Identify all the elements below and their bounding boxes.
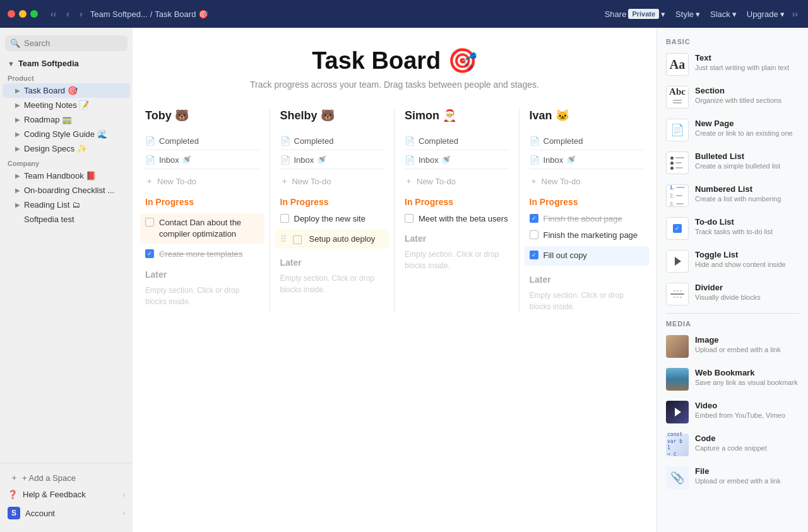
app-body: 🔍 ▼ Team Softpedia Product ▶ Task Board … — [0, 28, 808, 532]
task-checkbox[interactable] — [293, 235, 302, 244]
sidebar-item-label: Reading List 🗂 — [24, 200, 80, 210]
panel-item-file[interactable]: 📎 File Upload or embed with a link — [657, 461, 808, 494]
task-checkbox-checked[interactable]: ✓ — [530, 214, 538, 223]
item-arrow-icon: ▶ — [15, 87, 20, 94]
search-bar[interactable]: 🔍 — [5, 35, 128, 51]
plus-icon: ＋ — [145, 175, 153, 187]
task-item[interactable]: ✓ Fill out copy — [525, 246, 650, 265]
nav-back-far-button[interactable]: ‹‹ — [48, 8, 59, 20]
column-header-ivan: Ivan 🐱 — [530, 109, 645, 127]
style-button[interactable]: Style ▾ — [675, 9, 700, 19]
empty-section-ivan[interactable]: Empty section. Click or drop blocks insi… — [530, 290, 645, 312]
task-item[interactable]: ✓ Finish the about page — [530, 213, 645, 225]
sidebar-item-onboarding[interactable]: ▶ On-boarding Checklist ... — [3, 183, 130, 198]
task-text: Deploy the new site — [294, 213, 365, 225]
task-item[interactable]: Finish the marketing page — [530, 230, 645, 241]
inbox-icon: 📄 — [405, 155, 415, 165]
sidebar-item-softpediatest[interactable]: ▶ Softpedia test — [3, 212, 130, 227]
task-item[interactable]: ⠿ Setup auto deploy — [275, 230, 389, 249]
nav-back-button[interactable]: ‹ — [64, 8, 72, 20]
add-space-button[interactable]: ＋ + Add a Space — [3, 470, 130, 486]
inbox-label: Inbox 🚿 — [544, 155, 576, 165]
upgrade-button[interactable]: Upgrade ▾ — [747, 9, 785, 19]
sidebar-item-readinglist[interactable]: ▶ Reading List 🗂 — [3, 198, 130, 212]
in-progress-label-toby: In Progress — [145, 197, 259, 207]
sidebar-workspace[interactable]: ▼ Team Softpedia — [0, 56, 133, 71]
new-todo-shelby[interactable]: ＋ New To-do — [280, 174, 384, 188]
completed-icon: 📄 — [530, 136, 540, 146]
panel-item-bookmark[interactable]: Web Bookmark Save any link as visual boo… — [657, 363, 808, 396]
panel-item-todo[interactable]: ✓ To-do List Track tasks with to-do list — [657, 212, 808, 245]
workspace-chevron-icon: ▼ — [8, 60, 15, 68]
panel-item-section[interactable]: Abc Section Organize with titled section… — [657, 81, 808, 114]
task-checkbox[interactable] — [145, 218, 154, 227]
column-shelby: Shelby 🐻 📄 Completed 📄 Inbox 🚿 ＋ New To-… — [270, 109, 395, 312]
slack-button[interactable]: Slack ▾ — [710, 9, 737, 19]
sidebar-item-handbook[interactable]: ▶ Team Handbook 📕 — [3, 168, 130, 183]
sidebar-item-label: Coding Style Guide 🌊 — [24, 129, 107, 139]
sidebar-item-taskboard[interactable]: ▶ Task Board 🎯 — [3, 83, 130, 98]
new-todo-simon[interactable]: ＋ New To-do — [405, 174, 509, 188]
breadcrumb-workspace[interactable]: Team Softped... — [90, 9, 148, 19]
panel-item-title: Bulleted List — [695, 151, 799, 161]
task-item[interactable]: Meet with the beta users — [405, 213, 509, 225]
panel-item-newpage[interactable]: 📄 New Page Create or link to an existing… — [657, 114, 808, 146]
panel-item-title: Text — [695, 53, 799, 62]
media-section-label: MEDIA — [657, 316, 808, 330]
panel-item-title: Numbered List — [695, 184, 799, 194]
task-checkbox-checked[interactable]: ✓ — [145, 249, 154, 258]
numbered-type-icon: 1. 2. 3. — [666, 184, 689, 207]
panel-item-title: Web Bookmark — [695, 368, 799, 377]
in-progress-label-ivan: In Progress — [530, 197, 645, 207]
new-todo-toby[interactable]: ＋ New To-do — [145, 174, 259, 188]
item-arrow-icon: ▶ — [15, 201, 20, 208]
empty-section-shelby[interactable]: Empty section. Click or drop blocks insi… — [280, 273, 384, 295]
item-arrow-icon: ▶ — [15, 116, 20, 123]
empty-section-toby[interactable]: Empty section. Click or drop blocks insi… — [145, 285, 259, 307]
panel-item-code[interactable]: constvar b 1→ c Code Capture a code snip… — [657, 429, 808, 461]
task-item[interactable]: Contact Dan about the compiler optimizat… — [140, 213, 264, 244]
panel-item-title: New Page — [695, 119, 799, 128]
task-checkbox[interactable] — [280, 214, 289, 223]
search-input[interactable] — [24, 38, 122, 48]
nav-forward-button[interactable]: › — [77, 8, 85, 20]
inbox-icon: 📄 — [530, 155, 540, 165]
sidebar-item-codingstyle[interactable]: ▶ Coding Style Guide 🌊 — [3, 127, 130, 141]
task-checkbox[interactable] — [530, 230, 538, 239]
sidebar-item-label: Task Board 🎯 — [24, 86, 78, 95]
panel-item-numbered[interactable]: 1. 2. 3. Numbered List Create a list wit… — [657, 179, 808, 212]
panel-item-desc: Create or link to an existing one — [695, 129, 799, 138]
task-checkbox-checked[interactable]: ✓ — [530, 251, 538, 259]
task-item[interactable]: Deploy the new site — [280, 213, 384, 225]
sidebar-item-meetingnotes[interactable]: ▶ Meeting Notes 📝 — [3, 98, 130, 112]
inbox-icon: 📄 — [280, 155, 290, 165]
minimize-button[interactable] — [19, 10, 27, 18]
panel-item-toggle[interactable]: Toggle List Hide and show content inside — [657, 245, 808, 278]
new-todo-ivan[interactable]: ＋ New To-do — [530, 174, 645, 188]
video-type-icon — [666, 401, 689, 423]
completed-label: Completed — [159, 136, 199, 146]
sidebar-item-designspecs[interactable]: ▶ Design Specs ✨ — [3, 141, 130, 156]
sidebar-item-roadmap[interactable]: ▶ Roadmap 🚃 — [3, 112, 130, 127]
panel-item-text[interactable]: Aa Text Just start writing with plain te… — [657, 48, 808, 81]
item-arrow-icon: ▶ — [15, 102, 20, 109]
panel-item-image[interactable]: Image Upload or embed with a link — [657, 330, 808, 363]
empty-section-simon[interactable]: Empty section. Click or drop blocks insi… — [405, 249, 509, 271]
nav-forward-far-button[interactable]: ›› — [790, 8, 800, 20]
task-board: Toby 🐻 📄 Completed 📄 Inbox 🚿 ＋ New To-do… — [145, 109, 644, 312]
panel-item-divider[interactable]: Divider Visually divide blocks — [657, 278, 808, 310]
panel-item-title: Toggle List — [695, 250, 799, 259]
share-button[interactable]: Share Private ▾ — [605, 9, 665, 19]
panel-item-bulleted[interactable]: Bulleted List Create a simple bulleted l… — [657, 146, 808, 179]
close-button[interactable] — [8, 10, 15, 18]
help-feedback-button[interactable]: ❓ Help & Feedback › — [0, 486, 133, 503]
maximize-button[interactable] — [30, 10, 38, 18]
panel-item-desc: Create a simple bulleted list — [695, 162, 799, 171]
sidebar-item-label: Meeting Notes 📝 — [24, 100, 89, 110]
account-button[interactable]: S Account › — [0, 503, 133, 523]
bookmark-type-icon — [666, 368, 689, 391]
panel-item-video[interactable]: Video Embed from YouTube, Vimeo — [657, 396, 808, 429]
task-item[interactable]: ✓ Create more templates — [145, 249, 259, 260]
task-checkbox[interactable] — [405, 214, 413, 223]
breadcrumb-page[interactable]: Task Board 🎯 — [155, 9, 208, 19]
